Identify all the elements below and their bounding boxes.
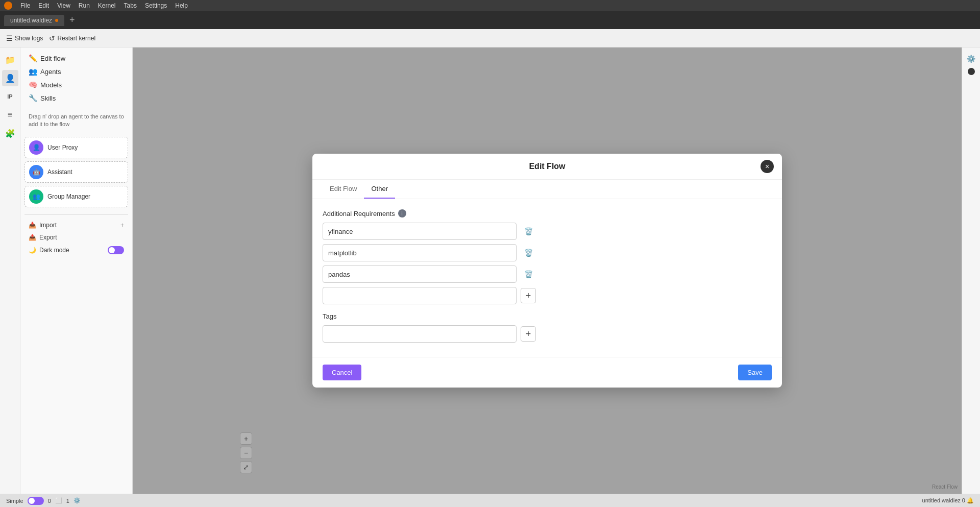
status-bell-icon: 🔔 bbox=[967, 497, 974, 503]
restart-icon: ↺ bbox=[49, 34, 55, 42]
right-circle-icon[interactable] bbox=[968, 68, 975, 75]
sidebar-list-icon[interactable]: ≡ bbox=[2, 107, 18, 123]
status-right: untitled.waldiez 0 🔔 bbox=[922, 497, 974, 504]
status-count1: 0 bbox=[48, 498, 51, 504]
canvas-area: No skills System Message: 🗑️ 9/28/2024 2… bbox=[133, 47, 962, 494]
modal-close-button[interactable]: × bbox=[761, 160, 774, 173]
agent-assistant-icon: 🤖 bbox=[29, 165, 43, 179]
tab-modified-indicator bbox=[55, 19, 58, 22]
panel-hint: Drag n' drop an agent to the canvas to a… bbox=[24, 109, 128, 133]
tab-untitled[interactable]: untitled.waldiez bbox=[4, 15, 64, 26]
req-input-1[interactable] bbox=[323, 223, 517, 240]
agent-user-proxy-icon: 👤 bbox=[29, 140, 43, 155]
restart-kernel-button[interactable]: ↺ Restart kernel bbox=[49, 34, 95, 42]
req-delete-2[interactable]: 🗑️ bbox=[521, 245, 536, 260]
menu-view[interactable]: View bbox=[57, 2, 70, 9]
import-item[interactable]: 📥 Import + bbox=[24, 219, 128, 231]
status-gear-icon[interactable]: ⚙️ bbox=[74, 497, 81, 504]
status-count3: 0 bbox=[962, 497, 965, 503]
status-count2: 1 bbox=[66, 498, 69, 504]
dark-mode-toggle[interactable] bbox=[108, 246, 124, 254]
info-icon[interactable]: i bbox=[398, 209, 406, 218]
panel-divider bbox=[24, 214, 128, 215]
tag-row-1: + bbox=[323, 325, 772, 343]
status-toggle[interactable] bbox=[28, 497, 44, 505]
status-flow-icon: ⬜ bbox=[55, 497, 62, 504]
agent-assistant[interactable]: 🤖 Assistant bbox=[24, 161, 128, 183]
req-input-2[interactable] bbox=[323, 244, 517, 261]
modal-title: Edit Flow bbox=[529, 162, 565, 171]
import-add-icon: + bbox=[120, 222, 124, 229]
models-icon: 🧠 bbox=[29, 81, 37, 89]
icon-sidebar: 📁 👤 IP ≡ 🧩 bbox=[0, 47, 20, 494]
tab-bar: untitled.waldiez + bbox=[0, 11, 980, 29]
sidebar-puzzle-icon[interactable]: 🧩 bbox=[2, 125, 18, 141]
req-input-4[interactable] bbox=[323, 287, 517, 304]
menu-file[interactable]: File bbox=[20, 2, 30, 9]
nav-edit-flow[interactable]: ✏️ Edit flow bbox=[24, 52, 128, 65]
req-delete-1[interactable]: 🗑️ bbox=[521, 224, 536, 239]
modal-footer: Cancel Save bbox=[312, 357, 782, 388]
edit-flow-modal: Edit Flow × Edit Flow Other Additional R… bbox=[312, 154, 782, 388]
agent-group-manager[interactable]: 👥 Group Manager bbox=[24, 186, 128, 207]
status-left: Simple 0 ⬜ 1 ⚙️ bbox=[6, 497, 81, 505]
tab-add-button[interactable]: + bbox=[66, 15, 78, 26]
modal-tabs: Edit Flow Other bbox=[312, 180, 782, 199]
req-row-3: 🗑️ bbox=[323, 265, 772, 283]
tag-add-button[interactable]: + bbox=[521, 326, 536, 342]
menu-kernel[interactable]: Kernel bbox=[98, 2, 116, 9]
nav-skills[interactable]: 🔧 Skills bbox=[24, 91, 128, 105]
nav-agents[interactable]: 👥 Agents bbox=[24, 65, 128, 78]
left-panel: ✏️ Edit flow 👥 Agents 🧠 Models 🔧 Skills … bbox=[20, 47, 133, 494]
agent-group-manager-icon: 👥 bbox=[29, 189, 43, 204]
menu-bar: File Edit View Run Kernel Tabs Settings … bbox=[0, 0, 980, 11]
req-input-3[interactable] bbox=[323, 265, 517, 283]
req-add-button[interactable]: + bbox=[521, 288, 536, 303]
req-row-1: 🗑️ bbox=[323, 223, 772, 240]
app-logo bbox=[4, 2, 12, 10]
export-icon: 📤 bbox=[29, 234, 36, 241]
dark-mode-item[interactable]: 🌙 Dark mode bbox=[24, 244, 128, 257]
agent-group-manager-label: Group Manager bbox=[47, 193, 90, 200]
skills-icon: 🔧 bbox=[29, 94, 37, 102]
agent-user-proxy-label: User Proxy bbox=[47, 144, 78, 151]
additional-requirements-label: Additional Requirements i bbox=[323, 209, 772, 218]
import-icon: 📥 bbox=[29, 222, 36, 229]
nav-models[interactable]: 🧠 Models bbox=[24, 78, 128, 91]
req-delete-3[interactable]: 🗑️ bbox=[521, 267, 536, 282]
tab-filename: untitled.waldiez bbox=[10, 17, 52, 24]
menu-help[interactable]: Help bbox=[175, 2, 188, 9]
toggle-knob bbox=[109, 247, 115, 253]
status-toggle-knob bbox=[29, 498, 35, 504]
agents-icon: 👥 bbox=[29, 67, 37, 76]
status-bar: Simple 0 ⬜ 1 ⚙️ untitled.waldiez 0 🔔 bbox=[0, 494, 980, 507]
tab-edit-flow[interactable]: Edit Flow bbox=[323, 180, 364, 199]
req-row-2: 🗑️ bbox=[323, 244, 772, 261]
toolbar: ☰ Show logs ↺ Restart kernel bbox=[0, 29, 980, 47]
main-layout: 📁 👤 IP ≡ 🧩 ✏️ Edit flow 👥 Agents 🧠 Model… bbox=[0, 47, 980, 494]
status-filename: untitled.waldiez bbox=[922, 497, 961, 503]
show-logs-button[interactable]: ☰ Show logs bbox=[6, 34, 43, 42]
right-settings-icon[interactable]: ⚙️ bbox=[964, 52, 978, 66]
tags-label: Tags bbox=[323, 312, 772, 320]
menu-run[interactable]: Run bbox=[79, 2, 90, 9]
logs-icon: ☰ bbox=[6, 34, 13, 42]
sidebar-agents-icon[interactable]: 👤 bbox=[2, 70, 18, 86]
sidebar-ip-icon[interactable]: IP bbox=[2, 88, 18, 105]
menu-edit[interactable]: Edit bbox=[38, 2, 49, 9]
cancel-button[interactable]: Cancel bbox=[323, 365, 361, 380]
dark-mode-icon: 🌙 bbox=[29, 247, 36, 254]
sidebar-files-icon[interactable]: 📁 bbox=[2, 52, 18, 68]
agent-user-proxy[interactable]: 👤 User Proxy bbox=[24, 137, 128, 158]
save-button[interactable]: Save bbox=[738, 365, 772, 380]
agent-assistant-label: Assistant bbox=[47, 168, 72, 176]
modal-header: Edit Flow × bbox=[312, 154, 782, 180]
right-bar: ⚙️ bbox=[962, 47, 980, 494]
tab-other[interactable]: Other bbox=[364, 180, 395, 199]
modal-overlay: Edit Flow × Edit Flow Other Additional R… bbox=[133, 47, 962, 494]
menu-settings[interactable]: Settings bbox=[145, 2, 167, 9]
export-item[interactable]: 📤 Export bbox=[24, 231, 128, 244]
tag-input-1[interactable] bbox=[323, 325, 517, 343]
modal-body: Additional Requirements i 🗑️ 🗑️ � bbox=[312, 199, 782, 357]
menu-tabs[interactable]: Tabs bbox=[124, 2, 137, 9]
